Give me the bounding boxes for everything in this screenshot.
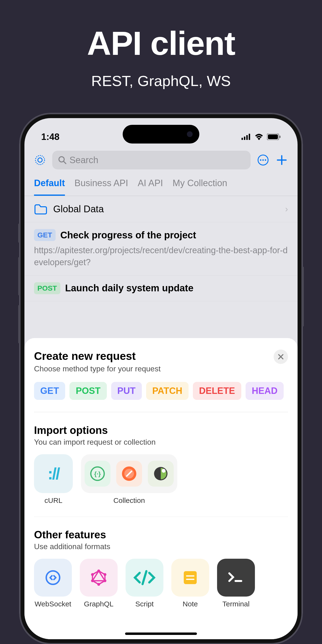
svg-rect-6 [279,136,280,138]
close-icon [278,354,284,360]
sheet-title: Create new request [34,350,160,362]
insomnia-icon [152,466,169,482]
tab-default[interactable]: Default [34,178,65,196]
request-row[interactable]: GET Check progress of the project https:… [24,222,298,276]
postman-icon [121,466,137,482]
svg-point-13 [262,159,264,161]
feature-graphql-label: GraphQL [84,600,113,608]
import-title: Import options [34,424,288,436]
svg-point-30 [97,583,100,586]
hero-subtitle: REST, GraphQL, WS [91,72,231,89]
app-header: Search [24,147,298,173]
svg-rect-3 [249,134,250,140]
tabs: Default Business API AI API My Collectio… [24,173,298,196]
more-button[interactable] [257,154,269,166]
close-button[interactable] [274,350,288,364]
request-title: Launch daily system update [65,283,194,294]
plus-icon [276,154,288,166]
import-curl-label: cURL [44,496,62,504]
feature-websocket-button[interactable] [34,559,72,596]
camera-icon [187,131,192,137]
hero-title: API client [87,24,235,63]
graphql-icon [90,568,108,587]
gear-icon[interactable] [34,154,46,166]
method-list: GET POST PUT PATCH DELETE HEAD OPTIONS [34,382,288,400]
request-url: https://apitester.org/projects/recent/de… [34,244,288,268]
divider [34,516,288,517]
more-icon [257,154,269,166]
feature-graphql-button[interactable] [80,559,118,596]
create-request-sheet: Create new request Choose method type fo… [24,338,298,639]
tab-my-collection[interactable]: My Collection [172,178,227,196]
feature-terminal-button[interactable] [217,559,255,596]
method-head-button[interactable]: HEAD [246,382,284,400]
method-delete-button[interactable]: DELETE [193,382,241,400]
battery-icon [267,134,281,140]
import-collection-button[interactable]: {·} [81,454,177,493]
svg-point-7 [36,156,44,164]
tab-ai-api[interactable]: AI API [138,178,163,196]
volume-down-button[interactable] [18,305,20,343]
websocket-icon [43,568,62,587]
import-collection-label: Collection [113,496,145,504]
svg-rect-2 [246,135,248,140]
svg-point-12 [260,159,262,161]
folder-icon [34,204,48,214]
feature-script-button[interactable] [126,559,164,596]
mute-switch[interactable] [18,224,20,243]
terminal-icon [226,570,246,585]
search-placeholder: Search [70,155,98,165]
svg-point-24 [162,469,166,473]
svg-rect-1 [244,136,245,140]
search-icon [58,156,66,164]
note-icon [181,569,199,586]
script-icon [132,569,156,586]
request-row[interactable]: POST Launch daily system update [24,276,298,301]
chevron-right-icon: › [285,204,288,214]
feature-note-button[interactable] [171,559,209,596]
sheet-subtitle: Choose method type for your request [34,364,160,373]
svg-rect-33 [184,571,197,584]
svg-point-28 [104,573,106,576]
svg-point-14 [265,159,266,161]
power-button[interactable] [302,267,304,326]
phone-frame: 1:48 Search Default Business API AI [20,113,302,644]
feature-websocket-label: WebSocket [35,600,72,608]
swagger-icon: {·} [89,466,106,482]
global-data-label: Global Data [53,204,279,214]
method-put-button[interactable]: PUT [111,382,142,400]
svg-point-31 [91,579,94,582]
method-patch-button[interactable]: PATCH [146,382,188,400]
svg-point-29 [104,579,106,582]
cellular-icon [242,134,251,140]
svg-line-10 [64,162,66,164]
add-button[interactable] [276,154,288,166]
divider [34,412,288,412]
dynamic-island [123,125,199,144]
home-indicator[interactable] [125,632,197,635]
method-post-button[interactable]: POST [70,382,106,400]
feature-note-label: Note [182,600,198,608]
svg-point-27 [97,570,100,572]
search-input[interactable]: Search [52,151,250,170]
wifi-icon [254,134,264,140]
other-subtitle: Use additional formats [34,542,288,551]
svg-point-8 [38,158,42,162]
feature-script-label: Script [135,600,154,608]
import-curl-button[interactable]: :// [34,454,73,493]
method-badge-get: GET [34,229,56,241]
method-badge-post: POST [34,282,60,294]
svg-text:{·}: {·} [94,470,100,478]
svg-rect-0 [242,138,243,140]
import-subtitle: You can import request or collection [34,438,288,446]
volume-up-button[interactable] [18,257,20,296]
request-title: Check progress of the project [60,230,196,240]
status-time: 1:48 [41,132,60,142]
other-title: Other features [34,529,288,541]
svg-point-25 [46,571,60,584]
method-get-button[interactable]: GET [34,382,65,400]
global-data-row[interactable]: Global Data › [24,196,298,222]
svg-rect-5 [268,134,278,139]
tab-business-api[interactable]: Business API [74,178,128,196]
svg-point-32 [91,573,94,576]
